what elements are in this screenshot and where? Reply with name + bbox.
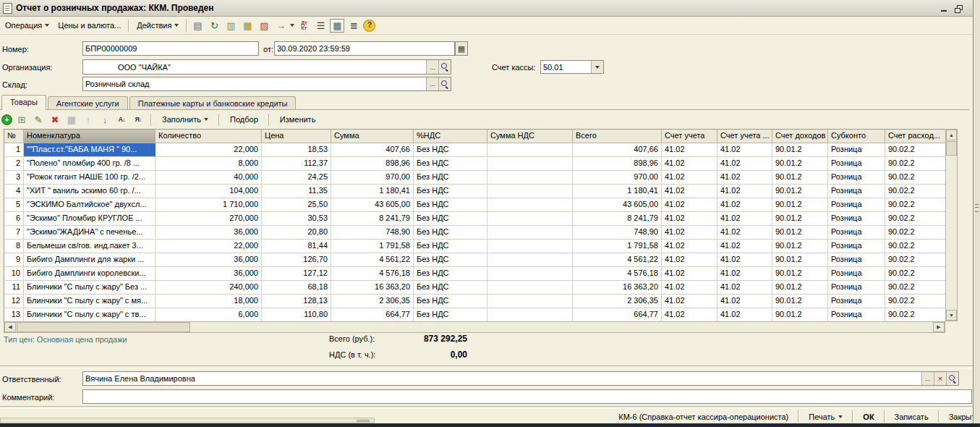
cell[interactable]: 90.01.2 [772, 253, 828, 267]
copy-icon[interactable]: ▥ [223, 19, 238, 33]
table-row[interactable]: 10Бибиго Дамплинги королевски...36,00012… [4, 267, 946, 281]
cell[interactable]: 898,96 [573, 157, 662, 171]
cell[interactable]: 240,000 [155, 281, 262, 295]
cell[interactable]: 90.01.2 [772, 295, 828, 308]
warehouse-open-button[interactable] [438, 77, 451, 90]
column-header-5[interactable]: %НДС [414, 130, 487, 143]
cell[interactable]: 41.02 [662, 157, 717, 171]
cell[interactable]: 748,90 [331, 226, 414, 240]
add-row-icon[interactable]: + [1, 114, 12, 125]
price-type-link[interactable]: Тип цен: Основная цена продажи [4, 335, 127, 344]
cell[interactable]: 748,90 [573, 226, 662, 240]
cell[interactable]: 5 [4, 198, 24, 212]
outer-horizontal-scrollbar[interactable] [0, 418, 375, 423]
cell[interactable]: 90.02.2 [885, 185, 946, 198]
cell[interactable]: Без НДС [414, 198, 487, 212]
column-header-1[interactable]: Номенклатура [24, 130, 155, 143]
help-icon[interactable]: ? [363, 20, 375, 32]
table-row[interactable]: 4"ХИТ " ваниль эскимо 60 гр. /...104,000… [4, 185, 946, 198]
cell[interactable]: Без НДС [414, 308, 487, 322]
cell[interactable]: Без НДС [414, 185, 487, 198]
cell[interactable]: 90.01.2 [772, 240, 828, 253]
responsible-field[interactable]: ... × [82, 371, 959, 386]
responsible-open-button[interactable] [946, 372, 958, 385]
movements-icon[interactable]: ☰ [313, 19, 328, 33]
table-row[interactable]: 2"Полено" пломбир 400 гр. /8 ...8,000112… [4, 157, 946, 171]
cell[interactable]: 1 180,41 [573, 185, 662, 198]
edit-row-icon[interactable]: ✎ [31, 113, 46, 127]
cell[interactable]: Без НДС [414, 171, 487, 185]
pick-button[interactable]: Подбор [225, 114, 263, 125]
warehouse-select-button[interactable]: ... [426, 77, 438, 90]
cell[interactable]: Розница [828, 198, 885, 212]
cell[interactable]: 90.01.2 [772, 267, 828, 281]
scroll-up-button[interactable]: ▲ [946, 130, 957, 140]
cell[interactable]: Без НДС [414, 281, 487, 295]
cell[interactable]: 22,000 [155, 240, 262, 253]
restore-button[interactable] [953, 4, 964, 13]
cell[interactable]: Без НДС [414, 226, 487, 240]
cell[interactable]: 1 791,58 [573, 240, 662, 253]
cash-account-dropdown-button[interactable] [591, 61, 603, 73]
cell[interactable]: 90.02.2 [885, 253, 946, 267]
column-header-12[interactable]: Счет расход... [885, 130, 946, 143]
cell[interactable]: 41.02 [717, 240, 772, 253]
cell[interactable]: Розница [828, 157, 885, 171]
scroll-right-button[interactable]: ▶ [933, 322, 945, 332]
cell[interactable]: 90.02.2 [885, 240, 946, 253]
cell[interactable]: 16 363,20 [331, 281, 414, 295]
splitter-grip[interactable] [975, 204, 979, 212]
cell[interactable] [487, 267, 573, 281]
cell[interactable]: 41.02 [717, 157, 772, 171]
post-document-icon[interactable]: ▦ [240, 19, 255, 33]
cell[interactable]: Блинчики "С пылу с жару" с мя... [24, 295, 155, 308]
minimize-button[interactable] [938, 4, 949, 13]
cell[interactable]: 90.01.2 [772, 198, 828, 212]
actions-menu[interactable]: Действия [132, 19, 183, 32]
cell[interactable]: 664,77 [573, 308, 662, 322]
cell[interactable]: 11,35 [262, 185, 331, 198]
table-row[interactable]: 13Блинчики "С пылу с жару" с тв...6,0001… [4, 308, 946, 322]
cell[interactable]: Без НДС [414, 143, 487, 157]
column-header-8[interactable]: Счет учета [662, 130, 717, 143]
cell[interactable]: "Эскимо"ЖАДИНА" с печенье... [24, 226, 155, 240]
responsible-select-button[interactable]: ... [921, 372, 934, 385]
cell[interactable]: 81,44 [262, 240, 331, 253]
cell[interactable]: 25,50 [262, 198, 331, 212]
cell[interactable]: 6 [4, 212, 24, 226]
cell[interactable]: 126,70 [262, 253, 331, 267]
cell[interactable]: 90.01.2 [772, 143, 828, 157]
cell[interactable]: "ХИТ " ваниль эскимо 60 гр. /... [24, 185, 155, 198]
cell[interactable]: 41.02 [662, 253, 717, 267]
cell[interactable]: 41.02 [717, 308, 772, 322]
cell[interactable]: 90.01.2 [772, 185, 828, 198]
sort-desc-icon[interactable]: Я↓ [131, 113, 145, 127]
organization-input[interactable] [83, 60, 426, 74]
cell[interactable]: 41.02 [662, 281, 717, 295]
tab-payment-cards[interactable]: Платежные карты и банковские кредиты [129, 96, 297, 110]
cell[interactable]: 970,00 [573, 171, 662, 185]
cell[interactable]: 8 241,79 [573, 212, 662, 226]
cell[interactable]: Без НДС [414, 295, 487, 308]
cell[interactable]: 4 561,22 [331, 253, 414, 267]
cell[interactable]: 4 576,18 [573, 267, 662, 281]
structure-icon[interactable]: ≣ [346, 19, 361, 33]
cell[interactable]: ""Пласт.ст."БАБА МАНЯ " 90... [24, 143, 155, 157]
cell[interactable]: 41.02 [662, 295, 717, 308]
cell[interactable]: "Рожок гигант НАШЕ 100 гр. /2... [24, 171, 155, 185]
cell[interactable]: 90.02.2 [885, 308, 946, 322]
comment-input[interactable] [83, 390, 971, 403]
cell[interactable]: 1 710,000 [155, 198, 262, 212]
cell[interactable]: 90.02.2 [885, 226, 946, 240]
responsible-input[interactable] [83, 372, 921, 385]
cell[interactable]: 8,000 [155, 157, 262, 171]
horizontal-scroll-thumb[interactable] [17, 322, 190, 332]
tab-agent-services[interactable]: Агентские услуги [48, 96, 128, 110]
cell[interactable] [487, 308, 573, 322]
table-row[interactable]: 5"ЭСКИМО Балтийское" двухсл...1 710,0002… [4, 198, 946, 212]
cash-account-input[interactable] [541, 61, 591, 73]
cell[interactable]: 18,53 [262, 143, 331, 157]
cell[interactable]: 90.01.2 [772, 171, 828, 185]
cell[interactable]: 41.02 [717, 281, 772, 295]
cell[interactable]: 41.02 [717, 212, 772, 226]
